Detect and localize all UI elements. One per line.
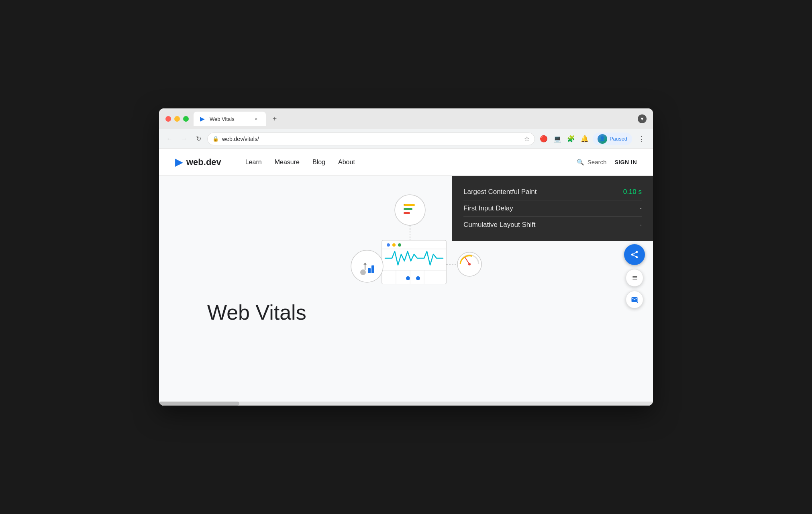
tab-bar: ▶ Web Vitals × + (194, 112, 633, 126)
url-bar[interactable]: 🔒 web.dev/vitals/ ☆ (207, 133, 535, 145)
scrollbar[interactable] (159, 402, 653, 406)
url-text: web.dev/vitals/ (222, 136, 521, 142)
page-title: Web Vitals (207, 300, 605, 324)
logo-icon: ▶ (175, 157, 182, 168)
metric-cls-value: - (639, 221, 642, 229)
metric-lcp-name: Largest Contentful Paint (463, 188, 537, 196)
nav-about[interactable]: About (338, 159, 355, 166)
forward-button[interactable]: → (178, 133, 190, 145)
list-fab-button[interactable] (626, 269, 643, 287)
close-button[interactable] (165, 116, 171, 122)
toolbar-icons: 🔴 💻 🧩 🔔 👤 Paused ⋮ (538, 133, 648, 145)
list-icon (631, 274, 638, 281)
metric-fid-value: - (639, 204, 642, 212)
minimize-button[interactable] (174, 116, 180, 122)
download-icon: ▼ (638, 114, 647, 123)
metric-row-fid: First Input Delay - (463, 200, 642, 217)
profile-avatar: 👤 (598, 134, 607, 144)
more-options-button[interactable]: ⋮ (635, 133, 648, 145)
email-icon: + (631, 296, 638, 303)
svg-rect-3 (404, 212, 410, 214)
logo-text: web.dev (186, 157, 221, 167)
tab-close-button[interactable]: × (253, 116, 259, 122)
puzzle-icon[interactable]: 🧩 (565, 133, 577, 145)
traffic-lights (165, 116, 189, 122)
svg-point-24 (468, 263, 471, 265)
nav-blog[interactable]: Blog (312, 159, 325, 166)
svg-text:+: + (637, 300, 639, 304)
page-title-area: Web Vitals (159, 292, 653, 332)
fab-container: + (624, 244, 645, 308)
nav-measure[interactable]: Measure (275, 159, 300, 166)
search-area[interactable]: 🔍 Search (577, 159, 607, 166)
svg-point-8 (392, 243, 396, 247)
svg-rect-19 (371, 265, 374, 273)
extensions-icon[interactable]: 🔴 (538, 133, 549, 145)
lock-icon: 🔒 (212, 136, 219, 142)
share-fab-button[interactable] (624, 244, 645, 265)
svg-rect-18 (368, 268, 371, 273)
metric-cls-name: Cumulative Layout Shift (463, 221, 536, 229)
metric-row-cls: Cumulative Layout Shift - (463, 217, 642, 233)
overlay-panel: Largest Contentful Paint 0.10 s First In… (452, 176, 653, 241)
site-header-right: 🔍 Search SIGN IN (577, 159, 637, 166)
search-label: Search (588, 159, 607, 165)
title-bar: ▶ Web Vitals × + ▼ (159, 108, 653, 129)
window-controls: ▼ (638, 114, 647, 123)
page-content: ▶ web.dev Learn Measure Blog About 🔍 Sea… (159, 149, 653, 406)
nav-learn[interactable]: Learn (245, 159, 262, 166)
svg-point-7 (387, 243, 390, 247)
refresh-button[interactable]: ↻ (193, 133, 204, 145)
metric-fid-name: First Input Delay (463, 204, 513, 212)
notification-icon[interactable]: 🔔 (579, 133, 590, 145)
svg-point-12 (416, 276, 420, 280)
site-nav: Learn Measure Blog About (245, 159, 355, 166)
hero-area: Web Vitals Largest Contentful Paint 0.10… (159, 176, 653, 332)
svg-rect-1 (404, 204, 415, 206)
svg-rect-2 (404, 208, 412, 210)
email-fab-button[interactable]: + (626, 291, 643, 308)
sign-in-button[interactable]: SIGN IN (614, 159, 637, 165)
profile-label: Paused (610, 136, 627, 142)
back-button[interactable]: ← (164, 133, 175, 145)
tab-title: Web Vitals (210, 116, 235, 122)
metric-lcp-value: 0.10 s (623, 188, 642, 196)
svg-point-11 (406, 276, 410, 280)
active-tab[interactable]: ▶ Web Vitals × (194, 112, 266, 126)
svg-point-9 (398, 243, 401, 247)
svg-point-20 (360, 269, 366, 275)
new-tab-button[interactable]: + (269, 113, 280, 124)
svg-rect-6 (382, 240, 446, 284)
site-logo[interactable]: ▶ web.dev (175, 157, 221, 168)
address-bar: ← → ↻ 🔒 web.dev/vitals/ ☆ 🔴 💻 🧩 🔔 👤 Paus… (159, 129, 653, 149)
tab-favicon: ▶ (200, 116, 206, 122)
terminal-icon[interactable]: 💻 (552, 133, 563, 145)
scrollbar-thumb[interactable] (159, 402, 239, 406)
browser-window: ▶ Web Vitals × + ▼ ← → ↻ 🔒 web.dev/vital… (159, 108, 653, 406)
svg-point-17 (351, 250, 383, 282)
site-header: ▶ web.dev Learn Measure Blog About 🔍 Sea… (159, 149, 653, 176)
search-icon: 🔍 (577, 159, 584, 166)
bookmark-icon[interactable]: ☆ (524, 135, 530, 143)
profile-button[interactable]: 👤 Paused (593, 133, 632, 145)
metric-row-lcp: Largest Contentful Paint 0.10 s (463, 184, 642, 200)
maximize-button[interactable] (183, 116, 189, 122)
share-icon (630, 250, 639, 259)
